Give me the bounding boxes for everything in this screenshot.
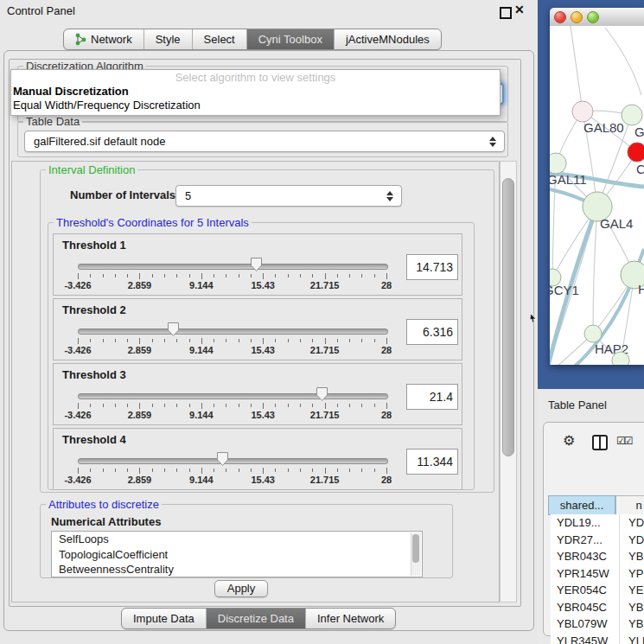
table-row[interactable]: YDL19...YDL1	[551, 514, 644, 532]
network-node-gal80[interactable]	[572, 101, 593, 122]
algorithm-hint-option[interactable]: Select algorithm to view settings	[11, 70, 500, 85]
threshold-value-field[interactable]: 14.713	[406, 254, 458, 280]
network-node-label: GAL11	[550, 172, 587, 187]
column-header-name[interactable]: n	[615, 495, 644, 515]
tick-mark	[275, 469, 276, 472]
tab-infer-network[interactable]: Infer Network	[305, 609, 395, 628]
tab-select[interactable]: Select	[192, 29, 246, 49]
slider-track[interactable]	[78, 328, 388, 335]
tick-mark	[90, 339, 91, 342]
network-view-window: GAL80GACGAL11GAL4GCY1HAHAP2	[550, 8, 644, 365]
tick-mark	[115, 339, 116, 342]
network-node[interactable]	[612, 352, 629, 365]
threshold-value-field[interactable]: 11.344	[406, 449, 458, 475]
tick-label: 9.144	[175, 410, 227, 420]
table-row[interactable]: YDR27...YDR2	[551, 532, 644, 549]
table-row[interactable]: YER054CYER0	[551, 582, 644, 599]
thresholds-group: Threshold's Coordinates for 5 Intervals …	[48, 222, 475, 490]
split-columns-icon[interactable]	[592, 435, 608, 450]
vertical-scrollbar[interactable]	[500, 161, 517, 603]
tick-mark	[386, 403, 387, 409]
network-edge[interactable]	[593, 207, 597, 334]
slider-track[interactable]	[78, 393, 388, 399]
threshold-value-field[interactable]: 21.4	[406, 384, 458, 410]
float-window-icon[interactable]	[500, 7, 512, 19]
network-node-hap2[interactable]	[584, 325, 602, 342]
column-header-shared-name[interactable]: shared...	[548, 495, 615, 515]
threshold-label: Threshold 4	[62, 433, 126, 446]
tick-label: -3.426	[52, 475, 104, 485]
tick-mark	[386, 338, 387, 344]
list-scrollbar-thumb[interactable]	[412, 534, 419, 563]
numerical-attributes-list[interactable]: SelfLoopsTopologicalCoefficientBetweenne…	[51, 531, 423, 577]
tab-network[interactable]: Network	[64, 29, 143, 49]
network-edge[interactable]	[571, 26, 583, 112]
minimize-traffic-light[interactable]	[571, 11, 583, 23]
table-row[interactable]: YPR145WYPR1	[551, 565, 644, 583]
network-node-label: GA	[634, 124, 644, 139]
tab-discretize-data[interactable]: Discretize Data	[206, 609, 305, 628]
close-traffic-light[interactable]	[554, 11, 566, 23]
tick-label: -3.426	[52, 410, 104, 420]
tick-mark	[139, 468, 140, 474]
tick-label: 15.43	[237, 345, 289, 355]
tick-mark	[152, 469, 153, 472]
network-node-ga[interactable]	[622, 105, 642, 125]
cell-shared-name: YDR27...	[551, 532, 622, 549]
tab-jactivemnodules[interactable]: jActiveMNodules	[334, 29, 441, 49]
network-window-titlebar[interactable]	[550, 8, 644, 27]
tab-style[interactable]: Style	[143, 29, 192, 49]
thresholds-group-title: Threshold's Coordinates for 5 Intervals	[54, 216, 252, 229]
num-intervals-label: Number of Intervals	[70, 188, 175, 201]
table-data-combobox[interactable]: galFiltered.sif default node	[24, 131, 505, 152]
tick-mark	[189, 339, 190, 342]
slider-thumb[interactable]	[250, 257, 263, 272]
algorithm-option-equal-width[interactable]: Equal Width/Frequency Discretization	[11, 99, 500, 112]
tab-impute-data[interactable]: Impute Data	[122, 609, 206, 628]
tick-mark	[312, 274, 313, 277]
table-row[interactable]: YBR043CYBR0	[551, 548, 644, 565]
slider-thumb[interactable]	[167, 322, 180, 337]
network-canvas[interactable]: GAL80GACGAL11GAL4GCY1HAHAP2	[550, 26, 644, 365]
tick-mark	[189, 469, 190, 472]
apply-button[interactable]: Apply	[214, 580, 268, 597]
select-columns-icon[interactable]: ☑☑	[616, 435, 632, 447]
tick-mark	[251, 274, 252, 277]
table-row[interactable]: YBL079WYBL0	[551, 615, 644, 633]
scrollbar-thumb[interactable]	[502, 178, 514, 456]
slider-thumb[interactable]	[216, 451, 229, 467]
table-row[interactable]: YLR345WYLR3	[551, 633, 644, 644]
table-row[interactable]: YBR045CYBR0	[551, 599, 644, 616]
slider-track[interactable]	[78, 264, 388, 270]
zoom-traffic-light[interactable]	[587, 11, 599, 23]
tick-mark	[152, 274, 153, 277]
network-node-label: HA	[638, 282, 644, 296]
list-scrollbar[interactable]	[411, 532, 421, 576]
attribute-list-item[interactable]: TopologicalCoefficient	[52, 547, 422, 563]
attribute-list-item[interactable]: SelfLoops	[52, 532, 422, 547]
attribute-list-item[interactable]: BetweennessCentrality	[52, 562, 422, 577]
network-node-gal11[interactable]	[550, 153, 566, 174]
tick-mark	[239, 404, 239, 407]
num-intervals-combobox[interactable]: 5	[175, 185, 402, 207]
threshold-label: Threshold 1	[62, 239, 126, 252]
tab-cyni-toolbox[interactable]: Cyni Toolbox	[246, 29, 334, 49]
table-panel: Table Panel ⚙ ☑☑ shared... n YDL19...YDL…	[538, 389, 644, 644]
tick-mark	[226, 469, 226, 472]
threshold-value-field[interactable]: 6.316	[406, 319, 458, 345]
slider-track[interactable]	[78, 458, 388, 464]
tick-mark	[103, 339, 104, 342]
cell-name: YBR0	[622, 548, 644, 565]
network-edge[interactable]	[605, 28, 641, 95]
cell-name: YBR0	[622, 599, 644, 616]
tick-mark	[226, 274, 226, 277]
settings-gear-icon[interactable]: ⚙	[563, 432, 575, 449]
close-icon[interactable]: ✕	[514, 3, 525, 16]
bottom-tab-bar: Impute Data Discretize Data Infer Networ…	[121, 608, 396, 629]
table-rows[interactable]: YDL19...YDL1YDR27...YDR2YBR043CYBR0YPR14…	[551, 514, 644, 644]
tab-select-label: Select	[204, 29, 235, 49]
slider-thumb[interactable]	[316, 386, 328, 402]
algorithm-option-manual[interactable]: Manual Discretization	[11, 85, 500, 99]
network-node-c[interactable]	[628, 143, 644, 162]
network-node-label: GAL80	[583, 120, 624, 135]
